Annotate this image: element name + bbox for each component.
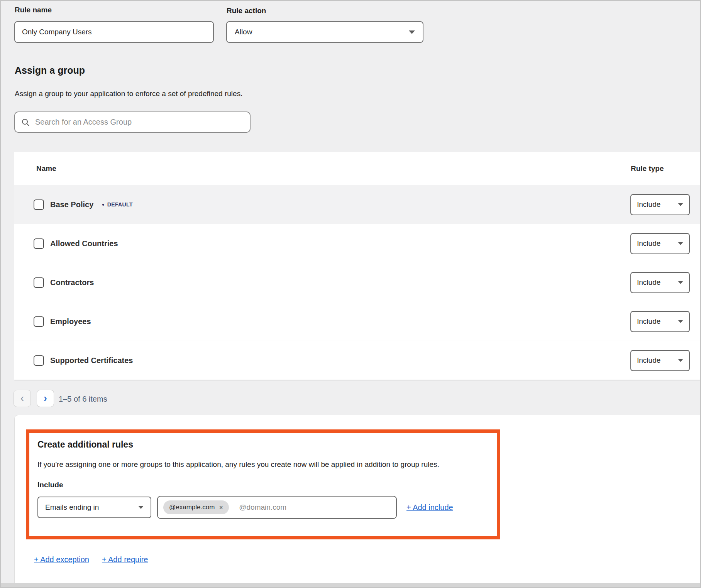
horizontal-scrollbar[interactable] [1,583,700,587]
row-name: Supported Certificates [50,356,133,365]
rule-type-select[interactable]: Include [630,311,690,332]
assign-group-heading: Assign a group [15,65,85,76]
row-checkbox[interactable] [34,199,44,210]
chevron-left-icon: ‹ [20,393,24,404]
rule-name-label: Rule name [15,6,52,14]
rule-type-select[interactable]: Include [630,194,690,215]
rule-action-value: Allow [235,28,252,36]
rule-name-field [14,21,214,43]
pagination-items-label: 1–5 of 6 items [59,395,107,404]
rule-type-select[interactable]: Include [630,272,690,293]
chevron-down-icon [678,281,683,284]
table-row: Allowed Countries Include [14,224,700,263]
access-rule-form-page: Rule name Rule action Allow Assign a gro… [0,0,701,588]
row-checkbox[interactable] [34,316,44,327]
include-label: Include [37,481,489,489]
badge-bullet: • [102,201,104,208]
condition-select[interactable]: Emails ending in [37,497,151,518]
chevron-down-icon [138,506,144,509]
table-row: Base Policy • DEFAULT Include [14,185,700,224]
access-group-table: Name Rule type Base Policy • DEFAULT Inc… [14,152,700,380]
rule-type-value: Include [637,356,660,365]
rule-type-value: Include [637,239,660,248]
chevron-down-icon [678,242,683,245]
rule-type-value: Include [637,278,660,287]
rule-action-label: Rule action [227,7,266,15]
email-domain-field: @example.com ✕ [157,496,397,519]
badge-label: DEFAULT [107,201,133,208]
row-name: Allowed Countries [50,239,118,248]
additional-rules-description: If you're assigning one or more groups t… [37,460,489,469]
row-name: Base Policy [50,200,93,209]
email-domain-input[interactable] [239,503,391,512]
row-checkbox[interactable] [34,355,44,366]
add-exception-link[interactable]: + Add exception [34,555,89,564]
table-row: Contractors Include [14,263,700,302]
assign-group-description: Assign a group to your application to en… [15,90,242,98]
add-require-link[interactable]: + Add require [102,555,148,564]
remove-tag-icon[interactable]: ✕ [219,505,223,510]
access-group-search [14,112,251,133]
rule-type-select[interactable]: Include [630,350,690,371]
footer-links: + Add exception + Add require [34,555,148,564]
default-badge: • DEFAULT [102,201,133,208]
rule-type-value: Include [637,200,660,209]
chevron-down-icon [409,30,415,34]
pagination-prev-button[interactable]: ‹ [14,390,31,407]
rule-action-select[interactable]: Allow [226,21,423,43]
column-header-rule-type: Rule type [631,164,664,173]
additional-rules-heading: Create additional rules [37,439,489,450]
rule-type-select[interactable]: Include [630,233,690,254]
tag-label: @example.com [169,504,215,511]
rule-name-input[interactable] [15,22,213,42]
row-name: Employees [50,317,91,326]
search-icon [21,118,30,127]
chevron-down-icon [678,359,683,362]
chevron-right-icon: › [44,393,47,404]
create-additional-rules-highlight: Create additional rules If you're assign… [26,429,500,539]
email-domain-tag: @example.com ✕ [163,500,229,514]
condition-value: Emails ending in [45,503,99,512]
row-checkbox[interactable] [34,238,44,249]
search-input[interactable] [35,118,244,127]
chevron-down-icon [678,203,683,206]
table-row: Employees Include [14,302,700,341]
row-checkbox[interactable] [34,277,44,288]
add-include-link[interactable]: + Add include [406,503,453,512]
include-rule-controls: Emails ending in @example.com ✕ + Add in… [37,496,489,519]
table-row: Supported Certificates Include [14,341,700,380]
rule-type-value: Include [637,317,660,326]
pagination-next-button[interactable]: › [37,390,54,407]
table-header: Name Rule type [14,152,700,185]
chevron-down-icon [678,320,683,323]
row-name: Contractors [50,278,94,287]
column-header-name: Name [36,164,56,173]
